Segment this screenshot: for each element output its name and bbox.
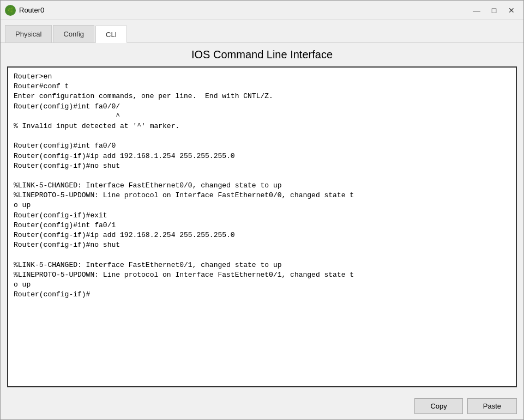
main-window: 🌿 Router0 — □ ✕ Physical Config CLI IOS … [0,0,524,420]
bottom-bar: Copy Paste [1,393,523,419]
tab-bar: Physical Config CLI [1,20,523,43]
cli-container: Router>en Router#conf t Enter configurat… [7,66,517,387]
minimize-button[interactable]: — [469,4,484,16]
title-bar: 🌿 Router0 — □ ✕ [1,1,523,20]
cli-output[interactable]: Router>en Router#conf t Enter configurat… [8,68,516,386]
app-icon: 🌿 [5,5,16,16]
maximize-button[interactable]: □ [486,4,502,16]
tab-config[interactable]: Config [53,25,94,42]
window-controls: — □ ✕ [469,4,519,16]
copy-button[interactable]: Copy [414,398,462,414]
tab-physical[interactable]: Physical [5,25,52,42]
window-title: Router0 [19,6,44,14]
title-bar-left: 🌿 Router0 [5,5,44,16]
close-button[interactable]: ✕ [504,4,519,16]
tab-cli[interactable]: CLI [95,26,127,43]
paste-button[interactable]: Paste [467,398,517,414]
section-title: IOS Command Line Interface [7,48,517,61]
content-area: IOS Command Line Interface Router>en Rou… [1,43,523,393]
